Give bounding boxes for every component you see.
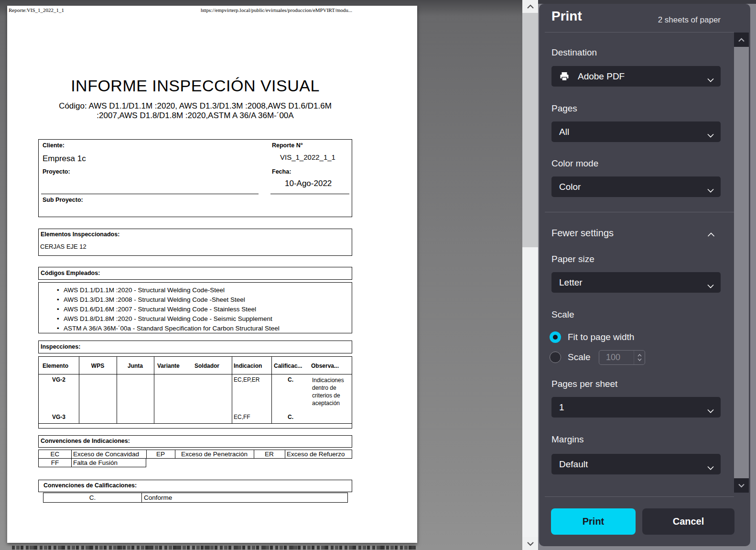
code-list-item: AWS D1.3/D1.3M :2008 - Structural Weldin…: [39, 295, 352, 305]
paper-size-dropdown[interactable]: Letter: [551, 272, 721, 293]
next-page-preview: [12, 546, 416, 550]
scale-radio-label[interactable]: Scale: [568, 352, 591, 363]
document-code-lines: Código: AWS D1.1/D1.1M :2020, AWS D1.3/D…: [38, 101, 352, 121]
page-header-url: https://empvirterp.local/public/evirtual…: [201, 7, 352, 13]
codes-list-box: AWS D1.1/D1.1M :2020 - Structural Weldin…: [38, 282, 352, 333]
col-header-wps: WPS: [79, 363, 117, 369]
color-mode-dropdown[interactable]: Color: [551, 176, 721, 197]
chevron-down-icon: [707, 462, 714, 473]
margins-value: Default: [559, 459, 588, 470]
print-button[interactable]: Print: [551, 508, 636, 535]
chevron-up-icon[interactable]: [707, 231, 715, 239]
col-header-junta: Junta: [117, 363, 154, 369]
code-list-item: ASTM A 36/A 36M-´00a - Standard Specific…: [39, 324, 352, 333]
conv-desc: Exceso de Penetración: [175, 451, 254, 458]
print-preview-area: Reporte:VIS_1_2022_1_1 https://empvirter…: [0, 0, 522, 550]
col-header-indicacion: Indicacion: [234, 363, 262, 369]
printer-icon: [559, 71, 570, 82]
destination-value: Adobe PDF: [578, 71, 625, 82]
screen: Reporte:VIS_1_2022_1_1 https://empvirter…: [0, 0, 756, 550]
inspections-label-box: Inspecciones:: [38, 341, 352, 353]
fit-to-page-width-label[interactable]: Fit to page width: [568, 332, 634, 342]
conv-desc: Exceso de Refuerzo: [287, 451, 345, 458]
row-calificacion: C.: [271, 414, 310, 420]
codes-label-box: Códigos Empleados:: [38, 267, 352, 280]
row-indicacion: EC,FF: [234, 414, 250, 420]
project-label: Proyecto:: [43, 168, 70, 175]
pages-value: All: [559, 127, 569, 137]
code-line-2: :2007,AWS D1.8/D1.8M :2020,ASTM A 36/A 3…: [38, 111, 352, 121]
margins-dropdown[interactable]: Default: [551, 454, 721, 474]
pages-per-sheet-dropdown[interactable]: 1: [551, 397, 721, 418]
qualification-conventions-label-box: Convenciones de Calificaciones:: [38, 480, 352, 492]
codes-list: AWS D1.1/D1.1M :2020 - Structural Weldin…: [39, 286, 352, 333]
chevron-down-icon: [738, 484, 745, 488]
client-info-box: Cliente: Empresa 1c Proyecto: Sub Proyec…: [38, 139, 352, 217]
stepper-down-icon[interactable]: [637, 358, 642, 361]
inspections-table: Elemento WPS Junta Variante Soldador Ind…: [38, 356, 352, 429]
client-value: Empresa 1c: [43, 154, 86, 164]
qual-desc: Conforme: [144, 494, 172, 501]
paper-size-value: Letter: [559, 277, 583, 288]
code-list-item: AWS D1.8/D1.8M :2020 - Structural Weldin…: [39, 314, 352, 324]
row-elemento: VG-2: [39, 376, 79, 383]
chevron-down-icon: [707, 185, 714, 195]
col-header-soldador: Soldador: [194, 363, 219, 369]
inspected-elements-box: Elementos Inspeccionados: CERJAS EJE 12: [38, 229, 352, 256]
col-header-observacion: Observa...: [311, 363, 339, 369]
page-header-report-id: Reporte:VIS_1_2022_1_1: [9, 7, 64, 13]
fewer-settings-toggle[interactable]: Fewer settings: [551, 228, 614, 239]
report-number-label: Reporte N°: [272, 142, 303, 149]
stepper-up-icon[interactable]: [637, 354, 642, 357]
fit-to-page-width-radio[interactable]: [550, 331, 561, 343]
col-header-variante: Variante: [157, 363, 180, 369]
panel-scrollbar[interactable]: [734, 33, 749, 493]
conv-code: FF: [39, 459, 71, 466]
conv-code: EP: [146, 451, 175, 458]
panel-scroll-up-button[interactable]: [734, 33, 749, 47]
print-panel: Print 2 sheets of paper Destination Adob…: [539, 4, 750, 546]
indication-conventions-label: Convenciones de Indicaciones:: [41, 438, 130, 444]
client-label: Cliente:: [43, 142, 65, 149]
qual-code: C.: [43, 494, 141, 501]
destination-label: Destination: [551, 47, 597, 58]
divider: [545, 212, 734, 212]
scale-radio[interactable]: [550, 352, 561, 363]
scale-value: 100: [606, 352, 620, 363]
chevron-down-icon: [527, 541, 534, 546]
sheets-info: 2 sheets of paper: [658, 15, 721, 25]
chevron-down-icon: [707, 280, 714, 291]
preview-scrollbar-thumb[interactable]: [522, 13, 538, 247]
date-label: Fecha:: [272, 168, 291, 175]
document-page: Reporte:VIS_1_2022_1_1 https://empvirter…: [7, 6, 417, 543]
pages-label: Pages: [551, 103, 577, 114]
cancel-button[interactable]: Cancel: [642, 508, 734, 535]
scroll-down-button[interactable]: [522, 537, 538, 550]
pages-per-sheet-value: 1: [559, 402, 564, 413]
chevron-down-icon: [707, 130, 714, 140]
scale-stepper[interactable]: [634, 351, 645, 364]
pages-dropdown[interactable]: All: [551, 121, 721, 142]
panel-scroll-down-button[interactable]: [734, 478, 749, 493]
inspected-elements-value: CERJAS EJE 12: [40, 243, 86, 250]
conv-desc: Falta de Fusión: [73, 459, 118, 466]
inspections-label: Inspecciones:: [41, 343, 80, 350]
destination-dropdown[interactable]: Adobe PDF: [551, 66, 721, 87]
scale-section-label: Scale: [551, 309, 574, 320]
chevron-down-icon: [707, 74, 714, 85]
col-header-elemento: Elemento: [43, 363, 68, 369]
row-observacion: Indicaciones dentro de criterios de acep…: [312, 376, 351, 407]
color-mode-label: Color mode: [551, 158, 598, 169]
codes-label: Códigos Empleados:: [41, 270, 100, 276]
indication-conventions-table: EC Exceso de Concavidad EP Exceso de Pen…: [38, 450, 352, 468]
row-elemento: VG-3: [39, 414, 79, 420]
scale-value-input[interactable]: 100: [599, 350, 645, 365]
panel-title: Print: [551, 9, 582, 24]
scroll-up-button[interactable]: [522, 0, 538, 13]
preview-scrollbar[interactable]: [522, 0, 538, 550]
chevron-down-icon: [707, 405, 714, 416]
code-list-item: AWS D1.1/D1.1M :2020 - Structural Weldin…: [39, 286, 352, 295]
document-title: INFORME INSPECCIÓN VISUAL: [71, 77, 320, 95]
date-underline: [270, 194, 349, 194]
code-list-item: AWS D1.6/D1.6M :2007 - Structural Weldin…: [39, 305, 352, 314]
